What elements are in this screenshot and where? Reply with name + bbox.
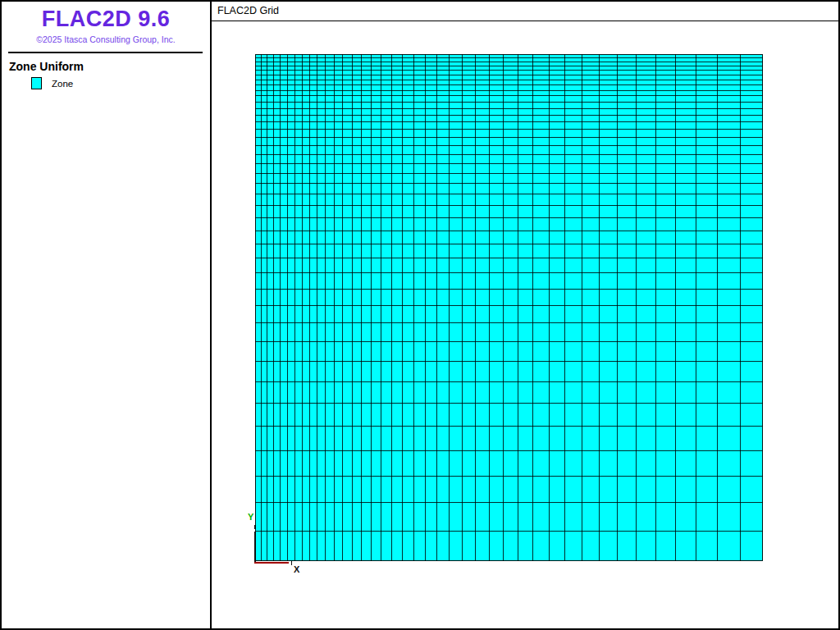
- plot-title: FLAC2D Grid: [212, 2, 279, 21]
- app-title: FLAC2D 9.6: [2, 7, 210, 32]
- zone-grid-mesh[interactable]: [255, 54, 763, 561]
- legend-item-zone[interactable]: Zone: [31, 77, 210, 89]
- flac2d-window: FLAC2D 9.6 ©2025 Itasca Consulting Group…: [0, 0, 840, 630]
- zone-color-swatch: [31, 77, 42, 89]
- y-axis-label: Y: [248, 512, 254, 522]
- axis-indicator: Y X: [243, 507, 308, 578]
- sidebar-separator: [8, 52, 203, 53]
- copyright-text: ©2025 Itasca Consulting Group, Inc.: [2, 34, 210, 44]
- zone-label: Zone: [52, 79, 73, 89]
- plot-titlebar: FLAC2D Grid: [212, 2, 838, 21]
- sidebar: FLAC2D 9.6 ©2025 Itasca Consulting Group…: [2, 2, 212, 628]
- x-axis-label: X: [294, 564, 300, 574]
- legend-title: Zone Uniform: [9, 60, 210, 73]
